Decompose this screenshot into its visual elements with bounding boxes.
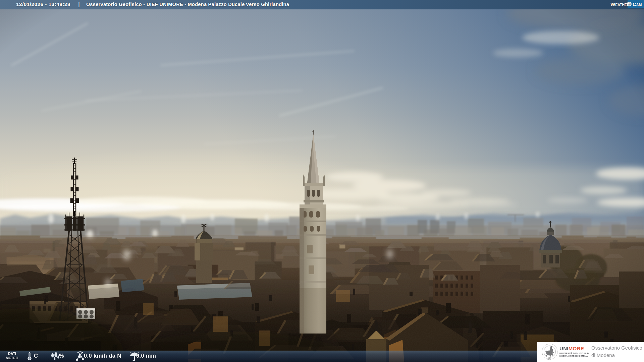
svg-text:1175: 1175 bbox=[547, 358, 551, 360]
